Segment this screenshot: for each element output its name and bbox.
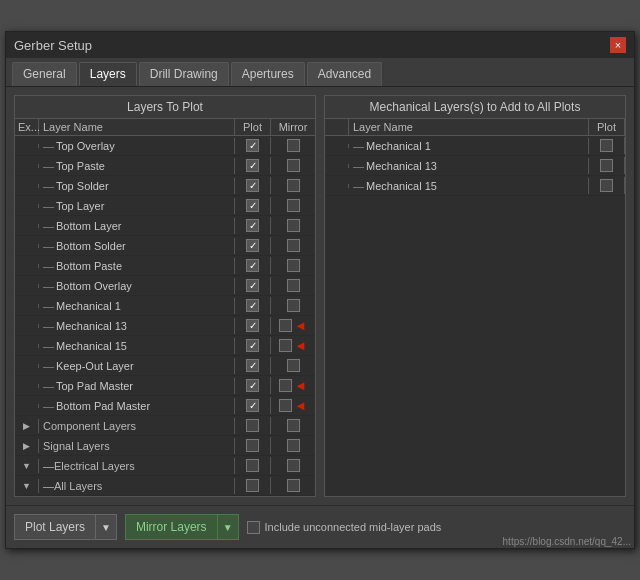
group-mirror-checkbox[interactable] [287,419,300,432]
group-name: Signal Layers [39,438,235,454]
expand-icon: ▼ [22,481,31,491]
plot-checkbox[interactable] [246,139,259,152]
group-name: —Electrical Layers [39,458,235,474]
group-plot-checkbox[interactable] [246,459,259,472]
left-layer-row: —Mechanical 13 ◄ [15,316,315,336]
plot-checkbox[interactable] [246,179,259,192]
plot-checkbox[interactable] [246,339,259,352]
group-plot-checkbox[interactable] [246,419,259,432]
group-mirror-checkbox[interactable] [287,459,300,472]
mirror-checkbox[interactable] [279,339,292,352]
group-ex: ▶ [15,439,39,453]
plot-checkbox[interactable] [246,379,259,392]
row-mirror-cell [271,217,315,234]
left-layer-row: —Top Pad Master ◄ [15,376,315,396]
left-layer-row: —Mechanical 1 [15,296,315,316]
mirror-checkbox[interactable] [287,359,300,372]
arrow-icon: ◄ [294,378,307,393]
plot-checkbox[interactable] [246,279,259,292]
group-plot-cell [237,439,268,452]
row-plot-cell [235,297,271,314]
mirror-checkbox[interactable] [279,399,292,412]
right-plot-checkbox[interactable] [600,139,613,152]
left-panel-columns: Ex... Layer Name Plot Mirror [15,119,315,136]
row-plot-cell [235,237,271,254]
mirror-checkbox-cell [273,179,313,192]
mirror-checkbox[interactable] [287,219,300,232]
plot-checkbox[interactable] [246,359,259,372]
dash-icon: — [353,140,364,152]
mirror-checkbox[interactable] [287,299,300,312]
col-name-header: Layer Name [39,119,235,135]
plot-checkbox[interactable] [246,319,259,332]
plot-layers-dropdown[interactable]: ▼ [95,515,116,539]
col-ex-header: Ex... [15,119,39,135]
tab-advanced[interactable]: Advanced [307,62,382,86]
title-bar: Gerber Setup × [6,32,634,58]
left-group-row[interactable]: ▶ Signal Layers [15,436,315,456]
mirror-checkbox[interactable] [279,319,292,332]
tab-drill-drawing[interactable]: Drill Drawing [139,62,229,86]
mirror-checkbox-cell [273,279,313,292]
plot-checkbox-cell [237,199,268,212]
mirror-checkbox-cell: ◄ [273,318,313,333]
mirror-layers-dropdown[interactable]: ▼ [217,515,238,539]
mirror-checkbox[interactable] [287,159,300,172]
mirror-layers-group: Mirror Layers ▼ [125,514,239,540]
plot-checkbox[interactable] [246,259,259,272]
right-panel-header: Mechanical Layers(s) to Add to All Plots [325,96,625,119]
plot-layers-button[interactable]: Plot Layers [15,515,95,539]
mirror-checkbox[interactable] [287,259,300,272]
plot-checkbox[interactable] [246,299,259,312]
mirror-checkbox[interactable] [287,139,300,152]
mirror-checkbox-cell [273,219,313,232]
plot-checkbox[interactable] [246,399,259,412]
include-unconnected-group: Include unconnected mid-layer pads [247,521,442,534]
mirror-checkbox[interactable] [287,239,300,252]
dash-icon: — [43,320,54,332]
tab-apertures[interactable]: Apertures [231,62,305,86]
left-panel-header: Layers To Plot [15,96,315,119]
close-button[interactable]: × [610,37,626,53]
row-name: —Top Solder [39,178,235,194]
right-plot-checkbox[interactable] [600,179,613,192]
left-groups: ▶ Component Layers ▶ Signal Layers [15,416,315,496]
group-plot [235,417,271,434]
mirror-checkbox-cell [273,259,313,272]
plot-checkbox-cell [237,379,268,392]
main-content: Layers To Plot Ex... Layer Name Plot Mir… [6,87,634,505]
plot-checkbox[interactable] [246,239,259,252]
plot-checkbox[interactable] [246,199,259,212]
right-row-plot-cell [589,137,625,154]
tab-layers[interactable]: Layers [79,62,137,86]
mirror-checkbox[interactable] [287,199,300,212]
group-plot-checkbox[interactable] [246,439,259,452]
tab-general[interactable]: General [12,62,77,86]
group-mirror-checkbox[interactable] [287,479,300,492]
plot-checkbox[interactable] [246,159,259,172]
row-ex [15,384,39,388]
include-unconnected-checkbox[interactable] [247,521,260,534]
right-plot-checkbox[interactable] [600,159,613,172]
left-group-row[interactable]: ▼ —All Layers [15,476,315,496]
row-name: —Top Overlay [39,138,235,154]
dash-icon: — [43,200,54,212]
left-group-row[interactable]: ▶ Component Layers [15,416,315,436]
right-row-ex [325,184,349,188]
left-group-row[interactable]: ▼ —Electrical Layers [15,456,315,476]
plot-checkbox[interactable] [246,219,259,232]
row-ex [15,284,39,288]
group-ex: ▼ [15,479,39,493]
mirror-checkbox[interactable] [287,179,300,192]
mirror-layers-button[interactable]: Mirror Layers [126,515,217,539]
mirror-checkbox[interactable] [279,379,292,392]
group-ex: ▶ [15,419,39,433]
row-plot-cell [235,217,271,234]
plot-checkbox-cell [237,179,268,192]
group-plot-checkbox[interactable] [246,479,259,492]
plot-checkbox-cell [237,319,268,332]
expand-icon: ▶ [23,441,30,451]
mirror-checkbox[interactable] [287,279,300,292]
plot-checkbox-cell [237,259,268,272]
group-mirror-checkbox[interactable] [287,439,300,452]
